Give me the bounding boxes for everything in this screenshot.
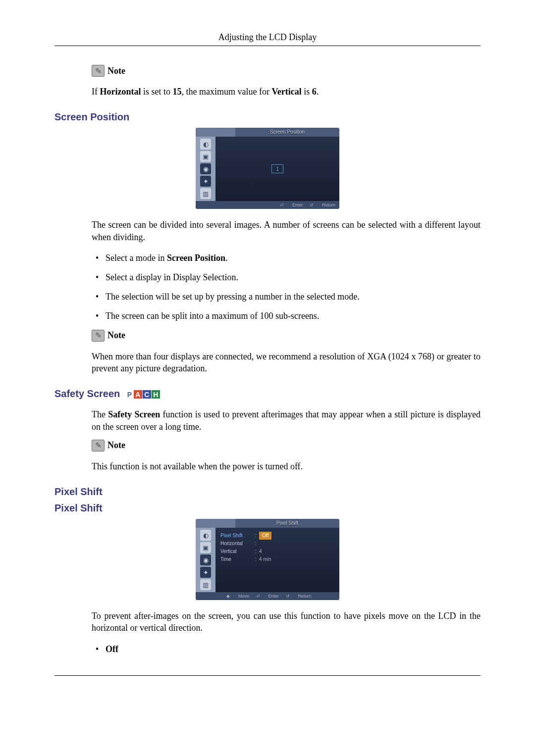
note-label: Note: [107, 66, 125, 76]
text: If: [92, 87, 100, 97]
osd-footer: ◆ Move ⏎ Enter ↺ Return: [196, 592, 339, 600]
list-item: Off: [92, 643, 481, 655]
label: Time: [220, 555, 255, 563]
text: The: [92, 409, 108, 419]
note-label: Note: [107, 440, 125, 451]
osd-sidebar: ◐ ▣ ◉ ✦ ▥: [196, 528, 215, 592]
text-bold: Horizontal: [100, 87, 141, 97]
note-icon: ✎: [92, 440, 105, 452]
text: .: [317, 87, 319, 97]
note-label: Note: [107, 330, 125, 341]
paragraph: To prevent after-images on the screen, y…: [92, 610, 481, 634]
osd-sidebar-icon: ◐: [200, 139, 211, 150]
note-text: If Horizontal is set to 15, the maximum …: [92, 86, 481, 98]
text-bold: Off: [106, 644, 118, 654]
osd-selected-value: 1: [271, 164, 283, 173]
bullet-list: Select a mode in Screen Position. Select…: [92, 252, 481, 323]
paragraph: The screen can be divided into several i…: [92, 219, 481, 243]
osd-screen-position: Screen Position ◐ ▣ ◉ ✦ ▥ 1 ⏎ Enter ↺ Re…: [196, 128, 339, 209]
osd-row-time: Time : 4 min: [220, 555, 334, 563]
list-item: The screen can be split into a maximum o…: [92, 310, 481, 322]
badge-h: H: [152, 390, 160, 399]
bullet-list: Off: [92, 643, 481, 655]
badge-a: A: [134, 390, 142, 399]
text: Select a mode in: [106, 253, 167, 263]
osd-footer-enter: ⏎ Enter: [256, 594, 279, 599]
osd-row-vertical: Vertical : 4: [220, 548, 334, 555]
list-item: Select a mode in Screen Position.: [92, 252, 481, 264]
osd-sidebar-icon: ✦: [200, 176, 211, 187]
osd-sidebar-icon: ◐: [200, 530, 211, 541]
osd-footer-return: ↺ Return: [310, 202, 335, 207]
label: Horizontal: [220, 540, 255, 548]
label: Enter: [268, 594, 279, 599]
osd-sidebar-icon: ✦: [200, 567, 211, 578]
label: Vertical: [220, 548, 255, 555]
note-text: This function is not available when the …: [92, 460, 481, 472]
text: is set to: [141, 87, 173, 97]
page-header: Adjusting the LCD Display: [54, 32, 481, 46]
value: Off: [259, 532, 271, 540]
osd-footer: ⏎ Enter ↺ Return: [196, 201, 339, 209]
osd-sidebar: ◐ ▣ ◉ ✦ ▥: [196, 137, 215, 201]
label: Return: [322, 202, 335, 207]
list-item: Select a display in Display Selection.: [92, 271, 481, 284]
note-text: When more than four displays are connect…: [92, 351, 481, 375]
label: Enter: [292, 202, 303, 207]
note-icon: ✎: [92, 330, 105, 342]
osd-sidebar-icon: ▥: [200, 579, 211, 590]
section-title-safety-screen: Safety Screen P A C H: [54, 388, 481, 400]
osd-sidebar-icon: ◉: [200, 163, 211, 174]
note-block: ✎ Note: [92, 330, 481, 342]
osd-row-horizontal: Horizontal :: [220, 540, 334, 548]
osd-title: Pixel Shift: [235, 519, 339, 528]
section-title-pixel-shift-2: Pixel Shift: [54, 503, 481, 514]
section-title-pixel-shift-1: Pixel Shift: [54, 486, 481, 498]
text: is: [302, 87, 312, 97]
osd-footer-enter: ⏎ Enter: [280, 202, 303, 207]
osd-pixel-shift: Pixel Shift ◐ ▣ ◉ ✦ ▥ Pixel Shift : Off …: [196, 519, 339, 600]
text-bold: Vertical: [271, 87, 301, 97]
section-title-screen-position: Screen Position: [54, 111, 481, 123]
footer-rule: [54, 675, 481, 676]
osd-sidebar-icon: ◉: [200, 554, 211, 565]
value: 4 min: [259, 555, 271, 563]
badge-c: C: [143, 390, 151, 399]
label: Pixel Shift: [220, 532, 255, 540]
osd-sidebar-icon: ▣: [200, 542, 211, 553]
osd-title: Screen Position: [235, 128, 339, 137]
list-item: The selection will be set up by pressing…: [92, 291, 481, 303]
text: .: [225, 253, 228, 263]
title-text: Safety Screen: [54, 388, 120, 399]
badges: P A C H: [126, 390, 160, 399]
note-icon: ✎: [92, 65, 105, 77]
text-bold: Screen Position: [167, 253, 225, 263]
osd-footer-move: ◆ Move: [226, 594, 249, 599]
paragraph: The Safety Screen function is used to pr…: [92, 408, 481, 433]
osd-sidebar-icon: ▥: [200, 188, 211, 199]
text: , the maximum value for: [182, 87, 272, 97]
text-bold: Safety Screen: [108, 409, 160, 419]
osd-footer-return: ↺ Return: [286, 594, 312, 599]
badge-p: P: [126, 390, 133, 399]
label: Move: [238, 594, 249, 599]
text-bold: 15: [173, 87, 182, 97]
osd-sidebar-icon: ▣: [200, 151, 211, 162]
note-block: ✎ Note: [92, 65, 481, 77]
value: 4: [259, 548, 262, 555]
note-block: ✎ Note: [92, 440, 481, 452]
label: Return: [298, 594, 312, 599]
osd-row-pixel-shift: Pixel Shift : Off: [220, 532, 334, 540]
text-bold: 6: [312, 87, 317, 97]
